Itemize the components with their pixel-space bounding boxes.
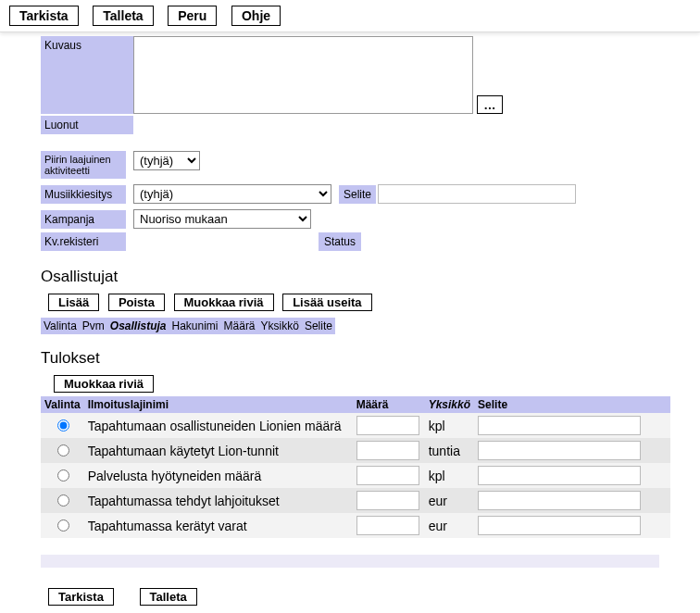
lisaa-button[interactable]: Lisää — [48, 294, 99, 311]
selite-input[interactable] — [478, 516, 641, 535]
table-row: Palvelusta hyötyneiden määrä kpl — [41, 463, 670, 488]
maara-input[interactable] — [356, 466, 419, 485]
table-row: Tapahtumaan osallistuneiden Lionien määr… — [41, 413, 670, 438]
kuvaus-lookup-button[interactable]: … — [477, 95, 503, 114]
piirin-select[interactable]: (tyhjä) — [133, 151, 200, 170]
lisaa-useita-button[interactable]: Lisää useita — [282, 294, 371, 311]
status-label: Status — [319, 232, 361, 251]
ohje-button[interactable]: Ohje — [231, 6, 281, 26]
tulokset-table: Valinta Ilmoituslajinimi Määrä Yksikkö S… — [41, 396, 670, 538]
row-unit: kpl — [425, 413, 474, 438]
luonut-label: Luonut — [41, 116, 133, 134]
osallistujat-headers: ValintaPvmOsallistujaHakunimiMääräYksikk… — [41, 319, 700, 332]
musiikki-label: Musiikkiesitys — [41, 185, 126, 204]
selite-input[interactable] — [478, 441, 641, 460]
footer-tarkista-button[interactable]: Tarkista — [48, 588, 114, 606]
row-name: Tapahtumassa kerätyt varat — [84, 513, 353, 538]
kuvaus-label: Kuvaus — [41, 36, 133, 114]
kampanja-label: Kampanja — [41, 210, 126, 229]
table-row: Tapahtumassa kerätyt varat eur — [41, 513, 670, 538]
footer-bar — [41, 555, 659, 568]
row-unit: kpl — [425, 463, 474, 488]
selite-label: Selite — [339, 185, 376, 204]
osallistujat-heading: Osallistujat — [41, 268, 700, 286]
selite-input[interactable] — [478, 466, 641, 485]
tulokset-muokkaa-button[interactable]: Muokkaa riviä — [54, 375, 154, 393]
top-toolbar: Tarkista Talleta Peru Ohje — [0, 0, 700, 32]
row-radio[interactable] — [57, 419, 69, 432]
tulokset-heading: Tulokset — [41, 349, 700, 368]
selite-input[interactable] — [478, 416, 641, 435]
maara-input[interactable] — [356, 441, 419, 460]
row-radio[interactable] — [57, 494, 69, 507]
row-name: Tapahtumassa tehdyt lahjoitukset — [84, 488, 353, 513]
row-name: Tapahtumaan osallistuneiden Lionien määr… — [84, 413, 353, 438]
row-unit: eur — [425, 513, 474, 538]
kampanja-select[interactable]: Nuoriso mukaan — [133, 209, 311, 229]
row-radio[interactable] — [57, 469, 69, 482]
row-name: Palvelusta hyötyneiden määrä — [84, 463, 353, 488]
piirin-label: Piirin laajuinen aktiviteetti — [41, 151, 126, 179]
maara-input[interactable] — [356, 516, 419, 535]
tulokset-header-row: Valinta Ilmoituslajinimi Määrä Yksikkö S… — [41, 396, 670, 413]
row-unit: eur — [425, 488, 474, 513]
poista-button[interactable]: Poista — [108, 294, 165, 311]
kvrek-label: Kv.rekisteri — [41, 232, 126, 251]
maara-input[interactable] — [356, 491, 419, 510]
tarkista-button[interactable]: Tarkista — [9, 6, 79, 26]
talleta-button[interactable]: Talleta — [93, 6, 153, 26]
row-radio[interactable] — [57, 444, 69, 457]
footer-talleta-button[interactable]: Talleta — [140, 588, 197, 606]
selite-input[interactable] — [378, 184, 576, 204]
kuvaus-textarea[interactable] — [133, 36, 473, 114]
peru-button[interactable]: Peru — [168, 6, 217, 26]
selite-input[interactable] — [478, 491, 641, 510]
table-row: Tapahtumaan käytetyt Lion-tunnit tuntia — [41, 438, 670, 463]
maara-input[interactable] — [356, 416, 419, 435]
musiikki-select[interactable]: (tyhjä) — [133, 184, 331, 204]
muokkaa-rivia-button[interactable]: Muokkaa riviä — [174, 294, 274, 311]
row-name: Tapahtumaan käytetyt Lion-tunnit — [84, 438, 353, 463]
row-unit: tuntia — [425, 438, 474, 463]
row-radio[interactable] — [57, 519, 69, 532]
table-row: Tapahtumassa tehdyt lahjoitukset eur — [41, 488, 670, 513]
